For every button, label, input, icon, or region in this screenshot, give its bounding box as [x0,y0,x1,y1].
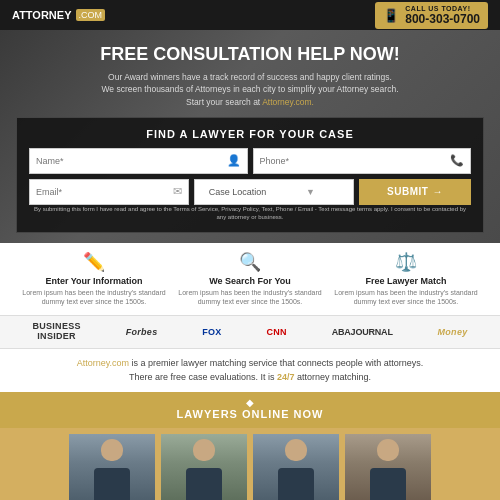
attorney-text-2: is a premier lawyer matching service tha… [129,358,423,368]
how-item-3-title: Free Lawyer Match [332,276,480,286]
fox-logo: FOX [202,327,221,337]
search-icon: 🔍 [176,251,324,273]
lawyer-silhouette-3 [274,437,318,500]
terms-text: By submitting this form I have read and … [29,205,471,222]
lawyer-photo-1 [69,434,155,500]
phone-input[interactable] [260,156,447,166]
subtitle-line3-prefix: Start your search at [186,97,262,107]
lawyer-photo-3 [253,434,339,500]
hero-subtitle: Our Award winners have a track record of… [80,71,420,109]
form-title: FIND A LAWYER FOR YOUR CASE [29,128,471,140]
how-item-1-desc: Lorem ipsum has been the industry's stan… [20,288,168,308]
email-field-container: ✉ [29,179,189,205]
call-box[interactable]: 📱 CALL US TODAY! 800-303-0700 [375,2,488,29]
lawyer-card-2[interactable]: Michael Davis Criminal Law [161,434,247,500]
email-input[interactable] [36,187,169,197]
business-insider-logo: BUSINESSINSIDER [32,322,80,342]
lawyer-photo-4 [345,434,431,500]
chevron-down-icon: ▼ [274,187,347,197]
attorney-com-link[interactable]: Attorney.com [77,358,129,368]
email-icon: ✉ [173,185,182,198]
how-item-2: 🔍 We Search For You Lorem ipsum has been… [172,251,328,308]
arrow-icon: → [432,186,443,197]
form-bottom-row: ✉ Case Location ▼ SUBMIT → [29,179,471,205]
forbes-logo: Forbes [126,327,158,337]
how-it-works-section: ✏️ Enter Your Information Lorem ipsum ha… [0,243,500,316]
name-input[interactable] [36,156,223,166]
call-text: CALL US TODAY! 800-303-0700 [405,5,480,26]
phone-field-container: 📞 [253,148,472,174]
how-item-1: ✏️ Enter Your Information Lorem ipsum ha… [16,251,172,308]
logo-text: ATTORNEY [12,9,72,21]
name-field-container: 👤 [29,148,248,174]
cnn-logo: CNN [266,327,286,337]
lawyer-card-3[interactable]: Robert Johnson Family Law [253,434,339,500]
how-item-2-desc: Lorem ipsum has been the industry's stan… [176,288,324,308]
attorney-link[interactable]: Attorney.com. [262,97,314,107]
hero-content: FREE CONSULTATION HELP NOW! Our Award wi… [16,44,484,233]
lawyer-silhouette-4 [366,437,410,500]
site-header: ATTORNEY .COM 📱 CALL US TODAY! 800-303-0… [0,0,500,30]
hero-section: FREE CONSULTATION HELP NOW! Our Award wi… [0,30,500,243]
lawyers-online-title: LAWYERS ONLINE NOW [16,408,484,420]
lawyer-silhouette-1 [90,437,134,500]
enter-info-icon: ✏️ [20,251,168,273]
submit-button[interactable]: SUBMIT → [359,179,471,205]
phone-number: 800-303-0700 [405,12,480,26]
how-item-1-title: Enter Your Information [20,276,168,286]
call-us-label: CALL US TODAY! [405,5,480,12]
lawyer-silhouette-2 [182,437,226,500]
attorney-247: 24/7 [277,372,295,382]
lawyer-cards-container: John Smith Personal Injury Michael Davis… [0,428,500,500]
diamond-icon: ◆ [16,397,484,408]
phone-icon: 📱 [383,8,399,23]
press-logos-bar: BUSINESSINSIDER Forbes FOX CNN ABAJOURNA… [0,315,500,349]
lawyer-card-4[interactable]: David Wilson DUI Defense [345,434,431,500]
lawyer-card-1[interactable]: John Smith Personal Injury [69,434,155,500]
how-item-3: ⚖️ Free Lawyer Match Lorem ipsum has bee… [328,251,484,308]
attorney-paragraph: Attorney.com is a premier lawyer matchin… [16,356,484,385]
attorney-text-4: attorney matching. [295,372,372,382]
match-icon: ⚖️ [332,251,480,273]
phone-field-icon: 📞 [450,154,464,167]
attorney-description: Attorney.com is a premier lawyer matchin… [0,349,500,392]
person-icon: 👤 [227,154,241,167]
subtitle-line2: We screen thousands of Attorneys in each… [101,84,398,94]
hero-title: FREE CONSULTATION HELP NOW! [16,44,484,66]
consultation-form: FIND A LAWYER FOR YOUR CASE 👤 📞 ✉ Case L… [16,117,484,233]
attorney-text-3: There are free case evaluations. It is [129,372,277,382]
how-item-2-title: We Search For You [176,276,324,286]
submit-label: SUBMIT [387,186,428,197]
logo-com: .COM [76,9,106,21]
lawyer-photo-2 [161,434,247,500]
money-logo: Money [438,327,468,337]
lawyers-online-section: ◆ LAWYERS ONLINE NOW [0,392,500,428]
form-top-row: 👤 📞 [29,148,471,174]
location-select[interactable]: Case Location ▼ [194,179,354,205]
subtitle-line1: Our Award winners have a track record of… [108,72,392,82]
how-item-3-desc: Lorem ipsum has been the industry's stan… [332,288,480,308]
location-placeholder: Case Location [201,187,274,197]
logo: ATTORNEY .COM [12,9,105,21]
aba-journal-logo: ABAJOURNAL [332,327,393,337]
